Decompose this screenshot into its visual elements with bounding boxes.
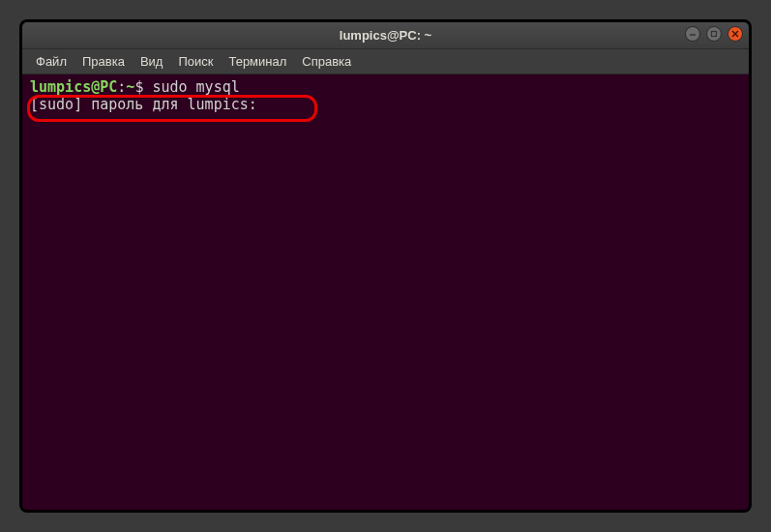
menu-help[interactable]: Справка bbox=[294, 50, 359, 73]
prompt-dollar: $ bbox=[134, 78, 143, 96]
minimize-button[interactable] bbox=[685, 26, 700, 42]
close-button[interactable] bbox=[727, 26, 743, 42]
minimize-icon bbox=[689, 30, 697, 38]
prompt-user: lumpics@PC bbox=[30, 78, 117, 96]
maximize-icon bbox=[710, 30, 718, 38]
menu-edit[interactable]: Правка bbox=[74, 50, 133, 73]
menubar: Файл Правка Вид Поиск Терминал Справка bbox=[22, 49, 749, 74]
terminal-line-2: [sudo] пароль для lumpics: bbox=[30, 96, 741, 113]
menu-file[interactable]: Файл bbox=[28, 50, 74, 73]
svg-rect-1 bbox=[712, 32, 717, 37]
sudo-prompt: [sudo] пароль для lumpics: bbox=[30, 96, 257, 113]
menu-search[interactable]: Поиск bbox=[170, 50, 221, 73]
terminal-window: lumpics@PC: ~ Файл Правка Вид Поиск Терм… bbox=[19, 19, 752, 513]
window-controls bbox=[685, 26, 743, 42]
window-title: lumpics@PC: ~ bbox=[340, 28, 431, 43]
prompt-colon: : bbox=[117, 78, 126, 96]
maximize-button[interactable] bbox=[706, 26, 722, 42]
terminal-body[interactable]: lumpics@PC:~$ sudo mysql [sudo] пароль д… bbox=[22, 74, 749, 510]
menu-view[interactable]: Вид bbox=[133, 50, 171, 73]
terminal-line-1: lumpics@PC:~$ sudo mysql bbox=[30, 78, 741, 96]
close-icon bbox=[731, 30, 739, 38]
menu-terminal[interactable]: Терминал bbox=[221, 50, 294, 73]
titlebar[interactable]: lumpics@PC: ~ bbox=[22, 22, 749, 49]
command-text: sudo mysql bbox=[152, 78, 239, 96]
